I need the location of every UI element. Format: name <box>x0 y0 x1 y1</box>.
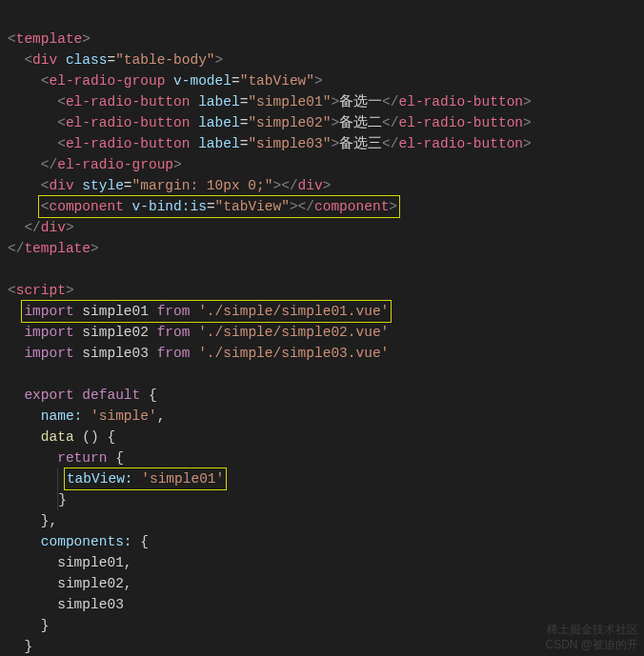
tag-radio-group: el-radio-group <box>50 73 166 89</box>
highlight-tabview-line: tabView: 'simple01' <box>64 467 227 490</box>
tag-div: div <box>32 52 57 68</box>
highlight-import-line: import simple01 from './simple/simple01.… <box>21 300 392 323</box>
code-block: <template> <div class="table-body"> <el-… <box>8 8 644 656</box>
highlight-component-line: <component v-bind:is="tabView"></compone… <box>38 195 400 218</box>
tag-script: script <box>16 283 66 298</box>
tag-template: template <box>16 31 83 47</box>
